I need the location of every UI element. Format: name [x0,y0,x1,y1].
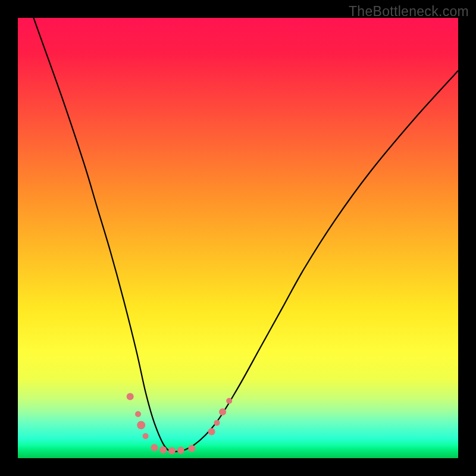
curve-marker [208,428,215,436]
curve-marker [226,398,232,404]
bottleneck-curve [18,0,458,452]
bottleneck-curve-svg [18,18,458,458]
curve-marker [214,420,220,426]
curve-marker [135,411,141,417]
plot-area [18,18,458,458]
curve-marker [137,421,145,430]
chart-container: TheBottleneck.com [0,0,476,476]
curve-marker [151,444,158,451]
curve-marker [168,447,176,454]
curve-marker [127,393,134,400]
curve-marker [143,433,149,439]
curve-marker [219,408,226,415]
curve-marker [159,446,167,453]
curve-markers [127,393,233,454]
curve-marker [177,447,184,454]
curve-marker [188,445,195,452]
watermark-text: TheBottleneck.com [349,4,469,20]
